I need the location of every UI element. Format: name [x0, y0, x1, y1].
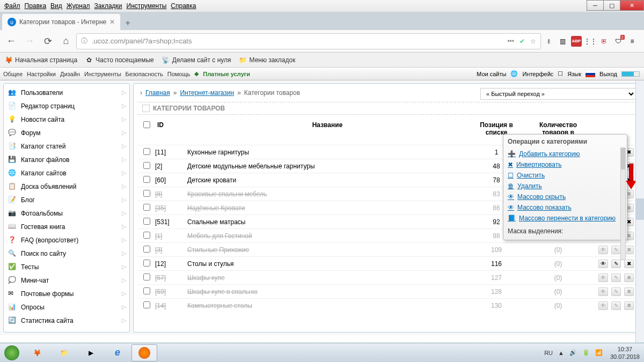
row-name[interactable]: Шкафы купе	[187, 274, 225, 282]
row-edit-icon[interactable]: ✎	[611, 260, 621, 268]
new-tab-button[interactable]: +	[120, 16, 135, 30]
row-name[interactable]: Кухонные гарнитуры	[187, 149, 249, 156]
quick-nav-select[interactable]: « Быстрый переход »	[480, 88, 636, 100]
row-name[interactable]: Стильные Прихожие	[187, 246, 249, 254]
menu-view[interactable]: Вид	[48, 1, 64, 11]
window-max-button[interactable]: ▢	[603, 0, 620, 11]
taskbar-wmp[interactable]: ▶	[78, 344, 104, 361]
sidebar-item[interactable]: 📑Каталог статей▷	[4, 139, 129, 153]
menu-help[interactable]: Справка	[169, 1, 198, 11]
sidebar-item[interactable]: 📄Редактор страниц▷	[4, 99, 129, 113]
bookmark-frequent[interactable]: ✿Часто посещаемые	[85, 56, 154, 64]
exit[interactable]: Выход	[599, 71, 617, 77]
page-scrollbar[interactable]	[635, 80, 644, 343]
sidebar-item[interactable]: ✉Почтовые формы▷	[4, 287, 129, 300]
row-checkbox[interactable]	[143, 301, 150, 308]
sidebar-item[interactable]: 👥Пользователи▷	[4, 86, 129, 99]
sidebar-item[interactable]: ✅Тесты▷	[4, 260, 129, 274]
ops-scrollbar[interactable]	[620, 147, 626, 260]
home-button[interactable]: ⌂	[58, 33, 74, 49]
row-view-icon[interactable]: 👁	[598, 301, 608, 310]
row-checkbox[interactable]	[143, 274, 150, 280]
tray-lang[interactable]: RU	[544, 350, 553, 356]
site-info-icon[interactable]: ⓘ	[77, 36, 92, 46]
sidebar-item[interactable]: 💭Мини-чат▷	[4, 274, 129, 287]
back-button[interactable]: ←	[3, 33, 19, 49]
bc-home[interactable]: Главная	[145, 89, 170, 97]
ext-badge-icon[interactable]: 🛡2	[613, 36, 624, 47]
browser-tab[interactable]: u Категории товаров - Интерне ✕	[2, 14, 120, 30]
menu-edit[interactable]: Правка	[23, 1, 49, 11]
topmenu-security[interactable]: Безопасность	[126, 71, 163, 77]
row-checkbox[interactable]	[143, 287, 150, 294]
hamburger-icon[interactable]: ≡	[627, 36, 638, 47]
row-delete-icon[interactable]: ✖	[624, 287, 634, 296]
topmenu-design[interactable]: Дизайн	[60, 71, 80, 77]
star-icon[interactable]: ☆	[530, 38, 536, 45]
row-name[interactable]: Красивые спальни мебель	[187, 190, 267, 198]
tray-battery-icon[interactable]: 🔋	[582, 349, 590, 356]
row-name[interactable]: Столы и стулья	[187, 260, 234, 268]
row-view-icon[interactable]: 👁	[598, 274, 608, 282]
sidebar-item[interactable]: 🌐Каталог сайтов▷	[4, 166, 129, 180]
window-min-button[interactable]: ─	[587, 0, 604, 11]
row-name[interactable]: Спальные матрасы	[187, 218, 245, 226]
col-name[interactable]: Название	[185, 120, 470, 145]
row-checkbox[interactable]	[143, 148, 150, 155]
tray-wifi-icon[interactable]: 📶	[595, 349, 603, 356]
sidebar-item[interactable]: 💡Новости сайта▷	[4, 113, 129, 126]
reader-icon[interactable]: ✔	[519, 38, 525, 45]
menu-history[interactable]: Журнал	[64, 1, 92, 11]
row-delete-icon[interactable]: ✖	[624, 301, 634, 310]
lang[interactable]: Язык	[567, 71, 581, 77]
url-bar[interactable]: ⓘ ••• ✔ ☆	[76, 33, 541, 49]
operation-item[interactable]: 👁Массово показать	[508, 202, 623, 213]
menu-tools[interactable]: Инструменты	[125, 1, 169, 11]
operation-item[interactable]: 🗑Удалить	[508, 181, 623, 191]
select-all-checkbox[interactable]	[143, 121, 150, 128]
row-edit-icon[interactable]: ✎	[611, 274, 621, 282]
row-view-icon[interactable]: 👁	[598, 246, 608, 254]
sidebar-item[interactable]: 💾Каталог файлов▷	[4, 153, 129, 166]
interface[interactable]: Интерфейс	[522, 71, 553, 77]
operation-item[interactable]: ➕Добавить категорию	[508, 149, 623, 159]
row-checkbox[interactable]	[143, 190, 150, 197]
ext-dots-icon[interactable]: ⋮⋮	[585, 36, 596, 47]
topmenu-tools[interactable]: Инструменты	[84, 71, 121, 77]
bc-shop[interactable]: Интернет-магазин	[180, 89, 234, 97]
tray-sound-icon[interactable]: 🔊	[569, 349, 577, 356]
sidebar-item[interactable]: 📖Гостевая книга▷	[4, 220, 129, 233]
bookmark-folder[interactable]: 📁Меню закладок	[239, 56, 296, 64]
topmenu-settings[interactable]: Настройки	[27, 71, 56, 77]
taskbar-firefox[interactable]	[131, 344, 157, 361]
row-checkbox[interactable]	[143, 218, 150, 225]
bookmark-tutorial[interactable]: 📡Делаем сайт с нуля	[162, 56, 231, 64]
bookmark-home[interactable]: 🦊Начальная страница	[4, 56, 77, 64]
operation-item[interactable]: ☐Очистить	[508, 170, 623, 181]
taskbar-explorer[interactable]: 📁	[51, 344, 77, 361]
sidebar-item[interactable]: 📷Фотоальбомы▷	[4, 206, 129, 220]
row-view-icon[interactable]: 👁	[598, 260, 608, 268]
tab-close-icon[interactable]: ✕	[109, 18, 115, 26]
menu-file[interactable]: Файл	[2, 1, 23, 11]
sidebar-icon[interactable]: ▥	[557, 36, 568, 47]
shield-icon[interactable]: ⛨	[599, 36, 610, 47]
sidebar-item[interactable]: 🔍Поиск по сайту▷	[4, 247, 129, 260]
start-button[interactable]	[0, 343, 24, 363]
row-delete-icon[interactable]: ✖	[624, 260, 634, 268]
row-name[interactable]: Мебель для Гостиной	[187, 232, 252, 240]
forward-button[interactable]: →	[21, 33, 38, 49]
row-name[interactable]: Надёжные Кровати	[187, 204, 245, 212]
row-delete-icon[interactable]: ✖	[624, 274, 634, 282]
row-checkbox[interactable]	[143, 162, 150, 169]
sidebar-item[interactable]: ❓FAQ (вопрос/ответ)▷	[4, 233, 129, 247]
row-name[interactable]: Шкафы купе в спальню	[187, 288, 258, 295]
row-checkbox[interactable]	[143, 204, 150, 211]
operation-item[interactable]: 👁Массово скрыть	[508, 191, 623, 202]
sidebar-item[interactable]: 📋Доска объявлений▷	[4, 180, 129, 193]
reload-button[interactable]: ⟳	[40, 33, 56, 49]
sidebar-item[interactable]: 💬Форум▷	[4, 126, 129, 139]
operation-item[interactable]: 📘Массово перенести в категорию	[508, 213, 623, 224]
menu-bookmarks[interactable]: Закладки	[92, 1, 125, 11]
more-icon[interactable]: •••	[507, 38, 514, 45]
